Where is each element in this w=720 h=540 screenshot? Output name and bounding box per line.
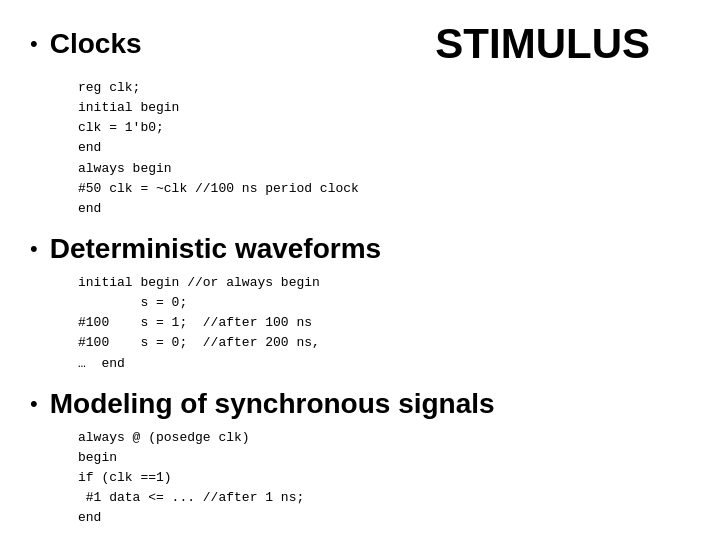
deterministic-header-row: • Deterministic waveforms — [30, 233, 690, 265]
deterministic-bullet-title: • Deterministic waveforms — [30, 233, 381, 265]
clocks-header-row: • Clocks STIMULUS — [30, 20, 690, 68]
clocks-bullet-title: • Clocks — [30, 28, 142, 60]
synchronous-header-row: • Modeling of synchronous signals — [30, 388, 690, 420]
deterministic-code: initial begin //or always begin s = 0; #… — [78, 273, 690, 374]
synchronous-bullet: • — [30, 391, 38, 417]
deterministic-title: Deterministic waveforms — [50, 233, 381, 265]
clocks-title: Clocks — [50, 28, 142, 60]
clocks-bullet: • — [30, 31, 38, 57]
stimulus-heading: STIMULUS — [435, 20, 690, 68]
synchronous-bullet-title: • Modeling of synchronous signals — [30, 388, 495, 420]
page: • Clocks STIMULUS reg clk; initial begin… — [0, 0, 720, 540]
deterministic-bullet: • — [30, 236, 38, 262]
synchronous-code: always @ (posedge clk) begin if (clk ==1… — [78, 428, 690, 529]
synchronous-title: Modeling of synchronous signals — [50, 388, 495, 420]
clocks-code: reg clk; initial begin clk = 1'b0; end a… — [78, 78, 690, 219]
